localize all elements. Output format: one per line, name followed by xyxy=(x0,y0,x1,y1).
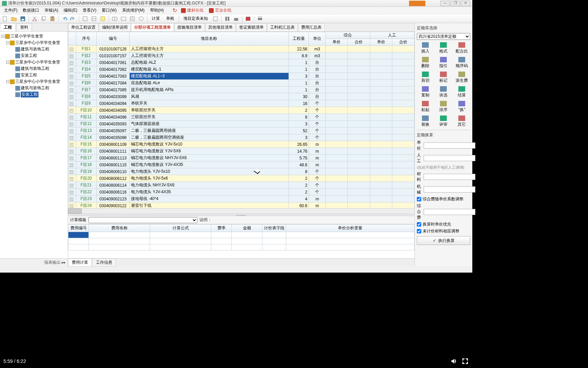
cell-qty[interactable]: 2 xyxy=(289,107,309,114)
expand-row-icon[interactable]: + xyxy=(70,177,73,181)
rp-btn-0[interactable]: 插入 xyxy=(417,41,434,55)
cell-code[interactable]: 030404034094 xyxy=(96,100,130,107)
table-row[interactable]: +F目4030404017082楼层配电箱 AL-11台 xyxy=(68,66,414,73)
tree-node[interactable]: -三星小学学生食堂 xyxy=(1,33,66,40)
cell-qty[interactable]: 1 xyxy=(289,80,309,87)
tree-node[interactable]: 建筑与装饰工程 xyxy=(1,85,66,91)
refresh-icon[interactable]: ↻ xyxy=(173,7,177,14)
cell-name[interactable]: 单联开关 xyxy=(130,100,289,107)
input-jixie[interactable] xyxy=(424,186,475,193)
table-row[interactable]: +F目13030404035097二极，三极扁圆两用插座52个 xyxy=(68,127,414,134)
tb-icon-i[interactable] xyxy=(224,15,231,22)
cell-name[interactable]: 总配电箱 ALZ xyxy=(130,59,289,66)
cell-qty[interactable]: 3 xyxy=(289,134,309,141)
cell-unit[interactable]: 个 xyxy=(309,175,326,182)
expand-row-icon[interactable]: + xyxy=(70,95,73,99)
cell-seq[interactable]: F目1 xyxy=(76,46,96,52)
cell-seq[interactable]: F目17 xyxy=(76,155,96,162)
cell-name[interactable]: 气体探测器插座 xyxy=(130,121,289,127)
cell-qty[interactable]: 5.75 xyxy=(289,155,309,162)
cell-qty[interactable]: 2 xyxy=(289,175,309,182)
expand-row-icon[interactable]: + xyxy=(70,129,73,133)
fee-col[interactable]: 计价表字段 xyxy=(262,225,286,232)
tb-save[interactable] xyxy=(19,15,27,22)
cell-seq[interactable]: F目4 xyxy=(76,66,96,73)
tb-proj-set[interactable]: 项目定表未知 xyxy=(181,15,210,22)
cell-qty[interactable]: 2 xyxy=(289,189,309,196)
cell-name[interactable]: 电力电缆头 YJV-5x10 xyxy=(130,168,289,175)
cell-code[interactable]: 030404017081 xyxy=(96,59,130,66)
tb-calc[interactable]: 计算 xyxy=(149,15,162,22)
cell-name[interactable]: 电力电缆头 YJV-4X35 xyxy=(130,189,289,196)
cell-unit[interactable]: 台 xyxy=(309,93,326,100)
cell-code[interactable]: 030408006110 xyxy=(96,168,130,175)
expand-row-icon[interactable]: + xyxy=(70,150,73,153)
fee-cell-selected[interactable] xyxy=(68,232,89,238)
cell-name[interactable]: 人工挖墙管沟土方 xyxy=(130,52,289,59)
cell-code[interactable]: 030404017085 xyxy=(96,87,130,93)
tree-node[interactable]: 建筑与装饰工程 xyxy=(1,46,66,52)
cell-seq[interactable]: F目12 xyxy=(76,121,96,127)
cell-qty[interactable]: 1 xyxy=(289,66,309,73)
cell-name[interactable]: 铜芯电力电缆敷设 NHYJV-5X6 xyxy=(130,155,289,162)
cell-unit[interactable]: m xyxy=(309,155,326,162)
expand-row-icon[interactable]: + xyxy=(70,157,73,160)
expand-row-icon[interactable]: + xyxy=(70,102,73,106)
table-row[interactable]: +F目21030408006114电力电缆头 NHYJV-5X62个 xyxy=(68,182,414,189)
rp-btn-5[interactable]: 顺序码 xyxy=(453,56,470,70)
col-zh-hj[interactable]: 合价 xyxy=(348,39,370,46)
cell-code[interactable]: 010101007126 xyxy=(96,46,130,52)
hongye-link[interactable]: 宏业在线 xyxy=(206,7,234,14)
expand-row-icon[interactable]: + xyxy=(70,82,73,85)
cell-unit[interactable]: 台 xyxy=(309,59,326,66)
cell-unit[interactable]: m xyxy=(309,196,326,202)
cell-seq[interactable]: F目20 xyxy=(76,175,96,182)
expand-row-icon[interactable]: + xyxy=(70,123,73,126)
cell-unit[interactable]: 台 xyxy=(309,66,326,73)
cell-name[interactable]: 楼层配电箱 AL-1 xyxy=(130,66,289,73)
expand-icon[interactable]: - xyxy=(6,61,9,64)
menu-window[interactable]: 窗口(W) xyxy=(99,7,119,14)
tb-icon-a[interactable] xyxy=(81,15,89,22)
fee-col[interactable]: 金额 xyxy=(232,225,262,232)
tb-icon-c[interactable] xyxy=(99,15,107,22)
chk-material-adjust[interactable] xyxy=(417,229,421,233)
expand-row-icon[interactable]: + xyxy=(70,143,73,147)
fee-col[interactable]: 费率 xyxy=(211,225,232,232)
report-output-link[interactable]: 报表输出 xyxy=(0,258,68,266)
menu-audit[interactable]: 审核(A) xyxy=(42,7,61,14)
table-row[interactable]: +F目1010101007126人工挖墙管沟土方22.56m3 xyxy=(68,46,414,52)
cell-seq[interactable]: F目9 xyxy=(76,100,96,107)
cell-seq[interactable]: F目7 xyxy=(76,87,96,93)
col-rg-hj[interactable]: 合价 xyxy=(392,39,414,46)
cell-unit[interactable]: 个 xyxy=(309,107,326,114)
cell-code[interactable]: 030404017083 xyxy=(96,73,130,80)
input-danjia[interactable] xyxy=(424,142,475,149)
rp-btn-10[interactable]: 块选 xyxy=(435,85,452,99)
cell-code[interactable]: 030404034095 xyxy=(96,107,130,114)
volume-icon[interactable] xyxy=(451,357,458,365)
cell-name[interactable]: 铜芯电力电缆敷设 YJV-5X6 xyxy=(130,148,289,155)
tab-5[interactable]: 签证索赔清单 xyxy=(236,23,267,31)
tb-undo[interactable] xyxy=(61,15,68,22)
cell-name[interactable]: 应急配电箱 ALe xyxy=(130,80,289,87)
cell-code[interactable]: 030408006116 xyxy=(96,189,130,196)
cell-unit[interactable]: 个 xyxy=(309,100,326,107)
tab-7[interactable]: 费用汇总表 xyxy=(298,23,325,31)
fee-col[interactable]: 费用名称 xyxy=(89,225,150,232)
cell-seq[interactable]: F目8 xyxy=(76,93,96,100)
table-row[interactable]: +F目19030408006110电力电缆头 YJV-5x108个 xyxy=(68,168,414,175)
table-row[interactable]: +F目23030409002123接地母线 -40*44m xyxy=(68,196,414,202)
cell-seq[interactable]: F目11 xyxy=(76,114,96,121)
expand-row-icon[interactable]: + xyxy=(70,75,73,78)
fullscreen-icon[interactable] xyxy=(461,357,469,365)
cell-name[interactable]: 单联双控开关 xyxy=(130,107,289,114)
cell-unit[interactable]: 个 xyxy=(309,189,326,196)
fee-col[interactable]: 费用编号 xyxy=(68,225,89,232)
expand-icon[interactable]: - xyxy=(6,41,9,44)
cell-qty[interactable]: 2 xyxy=(289,182,309,189)
bottom-tab-work[interactable]: 工作信息 xyxy=(92,259,116,266)
expand-row-icon[interactable]: + xyxy=(70,170,73,174)
tb-paste[interactable] xyxy=(49,15,56,22)
table-row[interactable]: +F目8030404033099风扇30台 xyxy=(68,93,414,100)
